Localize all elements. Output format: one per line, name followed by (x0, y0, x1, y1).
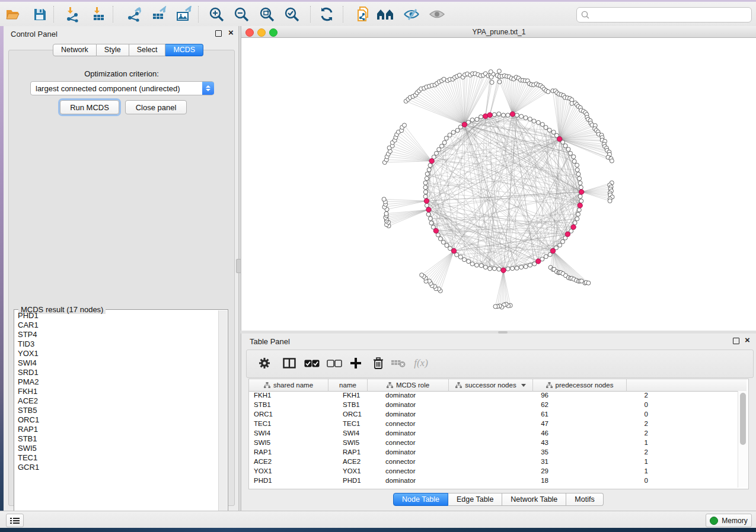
network-node[interactable] (425, 177, 429, 181)
network-node[interactable] (423, 185, 428, 190)
network-hub-node[interactable] (557, 137, 562, 142)
network-node[interactable] (492, 113, 496, 117)
network-node[interactable] (475, 117, 479, 121)
network-hub-node[interactable] (487, 113, 492, 117)
network-node[interactable] (528, 263, 532, 267)
network-hub-node[interactable] (550, 248, 555, 253)
tab-select[interactable]: Select (129, 44, 166, 56)
save-session-button[interactable] (30, 4, 50, 24)
network-hub-node[interactable] (426, 207, 431, 212)
open-session-button[interactable] (3, 4, 23, 24)
network-leaf-node[interactable] (493, 305, 497, 309)
mcds-result-item[interactable]: FKH1 (15, 387, 217, 396)
network-node[interactable] (423, 181, 428, 185)
network-node[interactable] (438, 237, 442, 241)
network-leaf-node[interactable] (403, 123, 407, 127)
close-panel-icon[interactable]: × (228, 29, 234, 36)
deselect-all-rows-button[interactable] (325, 354, 344, 373)
network-hub-node[interactable] (429, 159, 434, 164)
network-hub-node[interactable] (565, 232, 570, 236)
network-hub-node[interactable] (579, 190, 584, 194)
network-node[interactable] (423, 190, 428, 194)
network-node[interactable] (515, 113, 519, 117)
table-row[interactable]: RAP1RAP1dominator352 (249, 448, 735, 457)
network-node[interactable] (561, 239, 565, 243)
table-scrollbar[interactable] (738, 391, 748, 488)
table-row[interactable]: SWI4SWI4dominator462 (249, 429, 735, 438)
network-node[interactable] (428, 164, 432, 168)
mcds-result-item[interactable]: SRD1 (15, 368, 217, 377)
network-node[interactable] (576, 212, 580, 216)
network-node[interactable] (544, 126, 548, 130)
network-node[interactable] (578, 194, 582, 198)
network-node[interactable] (437, 148, 441, 152)
network-node[interactable] (528, 117, 532, 121)
close-panel-button[interactable]: Close panel (125, 100, 187, 114)
network-hub-node[interactable] (510, 111, 515, 116)
hide-selected-button[interactable] (401, 4, 422, 24)
import-table-button[interactable] (88, 4, 109, 24)
tab-network[interactable]: Network (53, 44, 97, 56)
network-node[interactable] (455, 129, 460, 133)
network-node[interactable] (462, 258, 467, 262)
tab-motifs[interactable]: Motifs (566, 493, 603, 506)
network-node[interactable] (578, 177, 582, 181)
network-node[interactable] (575, 168, 579, 172)
network-node[interactable] (576, 172, 580, 177)
tab-network-table[interactable]: Network Table (502, 493, 566, 506)
mcds-result-item[interactable]: SWI4 (15, 358, 217, 368)
network-node[interactable] (475, 263, 479, 267)
mcds-result-item[interactable]: SWI5 (15, 444, 217, 453)
node-table[interactable]: shared namenameMCDS rolesuccessor nodesp… (248, 379, 749, 489)
mcds-result-item[interactable]: STB1 (15, 434, 217, 444)
network-node[interactable] (425, 172, 429, 176)
network-leaf-node[interactable] (489, 70, 493, 74)
table-settings-button[interactable] (255, 354, 274, 373)
network-node[interactable] (579, 185, 583, 190)
network-node[interactable] (428, 216, 432, 220)
network-node[interactable] (536, 120, 540, 124)
show-task-history-button[interactable] (6, 514, 24, 527)
network-node[interactable] (488, 267, 492, 271)
apply-layout-button[interactable] (317, 4, 337, 24)
table-scrollbar-thumb[interactable] (740, 393, 746, 445)
network-graph[interactable] (241, 38, 756, 331)
network-node[interactable] (569, 151, 573, 155)
network-node[interactable] (440, 144, 444, 148)
table-row[interactable]: ORC1ORC1dominator610 (249, 410, 735, 419)
network-node[interactable] (441, 240, 445, 244)
network-nodes[interactable] (382, 69, 614, 309)
network-node[interactable] (448, 133, 452, 137)
table-row[interactable]: YOX1YOX1connector291 (249, 467, 735, 476)
mcds-result-item[interactable]: PHD1 (15, 311, 217, 321)
network-leaf-node[interactable] (497, 80, 502, 84)
table-row[interactable]: STB1STB1dominator620 (249, 400, 735, 410)
mcds-result-item[interactable]: TID3 (15, 339, 217, 349)
network-node[interactable] (506, 267, 510, 271)
network-hub-node[interactable] (451, 248, 456, 253)
export-network-button[interactable] (124, 4, 144, 24)
network-canvas[interactable] (241, 38, 756, 331)
network-node[interactable] (519, 114, 524, 118)
tab-mcds[interactable]: MCDS (165, 44, 203, 56)
network-leaf-node[interactable] (384, 211, 388, 216)
network-hub-node[interactable] (536, 259, 541, 264)
network-leaf-node[interactable] (420, 273, 424, 277)
mcds-result-item[interactable]: YOX1 (15, 349, 217, 358)
network-node[interactable] (429, 221, 433, 225)
column-header[interactable]: successor nodes (449, 379, 533, 392)
tab-style[interactable]: Style (97, 44, 129, 56)
network-node[interactable] (558, 243, 562, 247)
table-row[interactable]: PHD1PHD1dominator180 (249, 476, 735, 486)
network-leaf-node[interactable] (586, 281, 591, 285)
network-node[interactable] (497, 112, 501, 116)
show-all-button[interactable] (427, 4, 447, 24)
network-node[interactable] (572, 159, 576, 164)
import-network-button[interactable] (62, 4, 82, 24)
column-header[interactable]: name (328, 379, 368, 392)
network-leaf-node[interactable] (497, 69, 501, 73)
network-hub-node[interactable] (501, 268, 506, 273)
network-leaf-node[interactable] (489, 75, 493, 79)
network-node[interactable] (451, 130, 455, 134)
delete-selected-button[interactable] (369, 354, 388, 373)
